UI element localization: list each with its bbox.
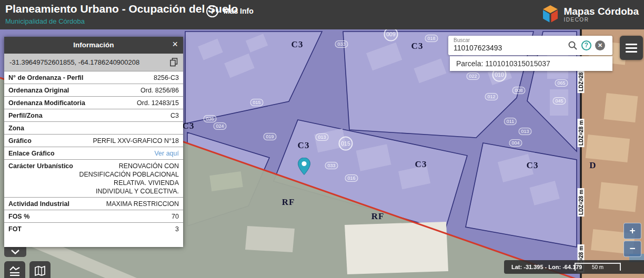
hamburger-icon bbox=[626, 44, 637, 45]
row-label: Ordenanza Modificatoria bbox=[8, 99, 89, 107]
zoom-in-button[interactable]: + bbox=[623, 223, 641, 239]
row-label: FOT bbox=[8, 225, 26, 233]
search-result-item[interactable]: Parcela: 1101010315015037 bbox=[450, 56, 612, 71]
info-row-fot: FOT 3 bbox=[4, 222, 183, 235]
brand-text: Mapas Córdoba IDECOR bbox=[564, 6, 639, 23]
row-value: 3 bbox=[26, 225, 179, 233]
close-icon[interactable]: × bbox=[172, 39, 178, 50]
coordinates-row: -31.39649752601855, -64.1786240900208 bbox=[4, 54, 183, 71]
coordinates-value: -31.39649752601855, -64.1786240900208 bbox=[9, 58, 139, 66]
map-pin[interactable] bbox=[298, 158, 310, 175]
search-label: Buscar bbox=[454, 37, 470, 43]
more-info-link[interactable]: Más Info bbox=[224, 7, 254, 15]
info-row-grafico: Gráfico PERFIL XXV-GRAFICO N°18 bbox=[4, 134, 183, 147]
search-icon[interactable] bbox=[568, 40, 578, 50]
map-icon bbox=[34, 265, 46, 277]
row-label: Ordenanza Original bbox=[8, 86, 73, 95]
map-tool-buttons bbox=[4, 261, 51, 278]
ver-aqui-link[interactable]: Ver aquí bbox=[59, 149, 179, 158]
info-panel-header: Información × bbox=[4, 37, 183, 54]
latlon-readout: Lat: -31.395 - Lon: -64.179 bbox=[511, 264, 582, 270]
info-row-perfil-zona: Perfil/Zona C3 bbox=[4, 109, 183, 121]
app-header: Planeamiento Urbano - Ocupación del Suel… bbox=[0, 0, 644, 29]
collapse-panel-button[interactable] bbox=[4, 247, 26, 257]
scale-bar: 50 m bbox=[575, 263, 621, 271]
info-icon[interactable]: i bbox=[206, 5, 218, 17]
zoom-controls: + − bbox=[623, 223, 641, 259]
row-value: C3 bbox=[47, 111, 179, 120]
layers-button[interactable] bbox=[4, 261, 25, 278]
row-value: 70 bbox=[34, 212, 179, 221]
row-label: Enlace Gráfico bbox=[8, 149, 59, 158]
page-subtitle: Municipalidad de Córdoba bbox=[5, 17, 85, 25]
info-row-ordenanza-modificatoria: Ordenanza Modificatoria Ord. 12483/15 bbox=[4, 96, 183, 109]
search-box[interactable]: Buscar 110107623493 ? ✕ bbox=[448, 36, 612, 55]
menu-button[interactable] bbox=[620, 36, 643, 60]
info-row-enlace-grafico: Enlace Gráfico Ver aquí bbox=[4, 147, 183, 159]
copy-icon[interactable] bbox=[170, 58, 178, 67]
search-input[interactable]: 110107623493 bbox=[454, 44, 502, 52]
row-label: Actividad Industrial bbox=[8, 200, 74, 208]
row-label: N° de Ordenanza - Perfil bbox=[8, 74, 88, 82]
info-row-ordenanza-original: Ordenanza Original Ord. 8256/86 bbox=[4, 84, 183, 96]
idecor-cube-icon bbox=[541, 5, 559, 24]
info-row-actividad-industrial: Actividad Industrial MAXIMA RESTRICCION bbox=[4, 197, 183, 210]
zoom-out-button[interactable]: − bbox=[623, 241, 641, 257]
map-status-bar: Lat: -31.395 - Lon: -64.179 50 m bbox=[504, 260, 644, 274]
row-value: RENOVACIÓN CON DENSIFICACIÓN POBLACIONAL… bbox=[77, 162, 179, 195]
row-value: 8256-C3 bbox=[88, 74, 179, 82]
help-icon[interactable]: ? bbox=[581, 40, 591, 50]
info-row-ordenanza-perfil: N° de Ordenanza - Perfil 8256-C3 bbox=[4, 71, 183, 84]
layers-icon bbox=[8, 265, 21, 277]
page-title: Planeamiento Urbano - Ocupación del Suel… bbox=[5, 3, 238, 15]
row-label: Perfil/Zona bbox=[8, 111, 47, 120]
info-panel-title: Información bbox=[4, 37, 183, 54]
row-label: Carácter Urbanístico bbox=[8, 162, 77, 170]
row-value: MAXIMA RESTRICCION bbox=[74, 200, 179, 208]
clear-search-icon[interactable]: ✕ bbox=[595, 40, 605, 50]
info-row-zona: Zona bbox=[4, 121, 183, 134]
brand-name: Mapas Córdoba bbox=[564, 6, 639, 17]
row-label: Gráfico bbox=[8, 137, 36, 145]
row-label: Zona bbox=[8, 124, 28, 132]
row-value: Ord. 12483/15 bbox=[89, 99, 179, 107]
info-row-caracter-urbanistico: Carácter Urbanístico RENOVACIÓN CON DENS… bbox=[4, 159, 183, 197]
basemap-button[interactable] bbox=[29, 261, 51, 278]
info-panel: Información × -31.39649752601855, -64.17… bbox=[4, 37, 183, 247]
brand-subname: IDECOR bbox=[564, 17, 639, 23]
chevron-down-icon bbox=[11, 250, 19, 254]
row-label: FOS % bbox=[8, 212, 34, 221]
info-row-fos: FOS % 70 bbox=[4, 210, 183, 222]
row-value: Ord. 8256/86 bbox=[73, 86, 179, 95]
brand-logo: Mapas Córdoba IDECOR bbox=[541, 5, 639, 24]
row-value: PERFIL XXV-GRAFICO N°18 bbox=[36, 137, 179, 145]
